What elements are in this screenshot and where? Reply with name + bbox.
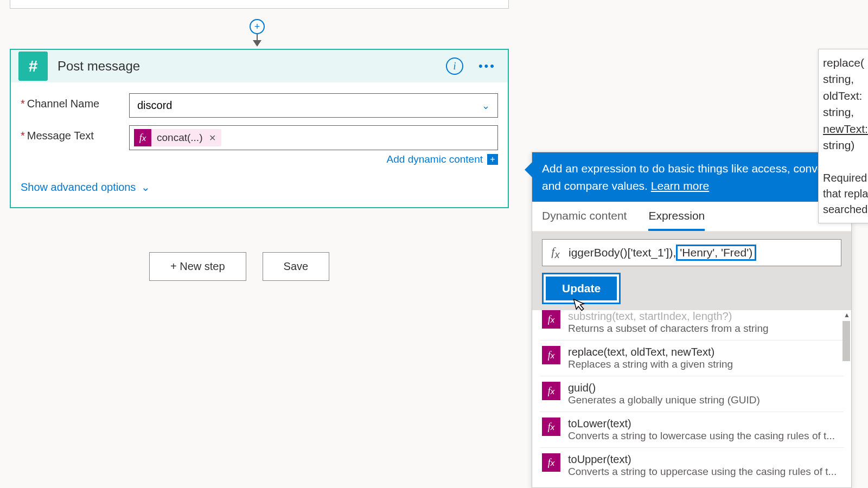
- popout-header: Add an expression to do basic things lik…: [532, 152, 851, 202]
- message-text-row: *Message Text fx concat(...) ✕ Add dynam…: [21, 125, 498, 165]
- fx-icon: fx: [542, 453, 560, 472]
- chevron-down-icon: ⌄: [141, 181, 150, 194]
- function-item-tolower[interactable]: fx toLower(text) Converts a string to lo…: [540, 412, 844, 448]
- fx-icon: fx: [542, 418, 560, 436]
- expression-input[interactable]: fx iggerBody()['text_1']), 'Henry', 'Fre…: [542, 239, 841, 266]
- expression-highlight: 'Henry', 'Fred'): [676, 245, 756, 261]
- save-button[interactable]: Save: [263, 252, 330, 281]
- post-message-card: # Post message i ••• *Channel Name disco…: [10, 49, 509, 208]
- token-remove-icon[interactable]: ✕: [209, 133, 216, 143]
- add-step-icon[interactable]: +: [250, 19, 265, 34]
- channel-name-select[interactable]: discord ⌄: [129, 93, 498, 118]
- function-list[interactable]: fx substring(text, startIndex, length?) …: [532, 310, 851, 487]
- fx-icon: fx: [542, 310, 560, 329]
- chevron-down-icon: ⌄: [482, 100, 490, 112]
- card-header[interactable]: # Post message i •••: [11, 50, 508, 82]
- more-menu-icon[interactable]: •••: [474, 59, 500, 73]
- function-item-guid[interactable]: fx guid() Generates a globally unique st…: [540, 376, 844, 412]
- fx-icon: fx: [542, 382, 560, 400]
- expression-text[interactable]: iggerBody()['text_1']), 'Henry', 'Fred'): [569, 245, 841, 261]
- scrollbar-thumb[interactable]: [843, 321, 850, 361]
- show-advanced-options-link[interactable]: Show advanced options ⌄: [21, 181, 498, 194]
- token-text: concat(...): [157, 132, 202, 144]
- scroll-up-arrow-icon[interactable]: ▲: [844, 311, 850, 319]
- add-dynamic-content-link[interactable]: Add dynamic content +: [129, 153, 498, 165]
- channel-name-row: *Channel Name discord ⌄: [21, 93, 498, 118]
- function-item-replace[interactable]: fx replace(text, oldText, newText) Repla…: [540, 341, 844, 376]
- info-icon[interactable]: i: [446, 57, 463, 75]
- message-text-label: *Message Text: [21, 125, 129, 142]
- tab-dynamic-content[interactable]: Dynamic content: [542, 209, 627, 231]
- tooltip-description: Required. The string that replaces searc…: [823, 170, 868, 217]
- fx-icon: fx: [542, 245, 569, 261]
- connector-arrow-icon: [253, 40, 261, 47]
- function-item-substring[interactable]: fx substring(text, startIndex, length?) …: [540, 310, 844, 341]
- tooltip-sig: replace( string, oldText: string, newTex…: [823, 55, 868, 154]
- fx-icon: fx: [542, 346, 560, 364]
- channel-name-value: discord: [137, 99, 172, 112]
- expression-token[interactable]: fx concat(...) ✕: [134, 129, 221, 146]
- card-title: Post message: [58, 59, 446, 74]
- card-body: *Channel Name discord ⌄ *Message Text fx…: [11, 82, 508, 207]
- channel-name-label: *Channel Name: [21, 93, 129, 110]
- popout-tabs: Dynamic content Expression: [532, 202, 851, 232]
- message-text-input[interactable]: fx concat(...) ✕: [129, 125, 498, 150]
- popout-caret-icon: [525, 162, 532, 177]
- new-step-button[interactable]: + New step: [149, 252, 246, 281]
- parameter-tooltip: replace( string, oldText: string, newTex…: [818, 49, 868, 223]
- step-buttons: + New step Save: [149, 252, 329, 281]
- plus-square-icon: +: [487, 154, 498, 165]
- tab-expression[interactable]: Expression: [648, 209, 705, 231]
- learn-more-link[interactable]: Learn more: [651, 179, 709, 192]
- function-item-toupper[interactable]: fx toUpper(text) Converts a string to up…: [540, 448, 844, 483]
- fx-icon: fx: [134, 129, 151, 146]
- previous-action-card[interactable]: [10, 0, 509, 9]
- hash-icon: #: [18, 52, 48, 81]
- expression-popout: Add an expression to do basic things lik…: [532, 152, 852, 488]
